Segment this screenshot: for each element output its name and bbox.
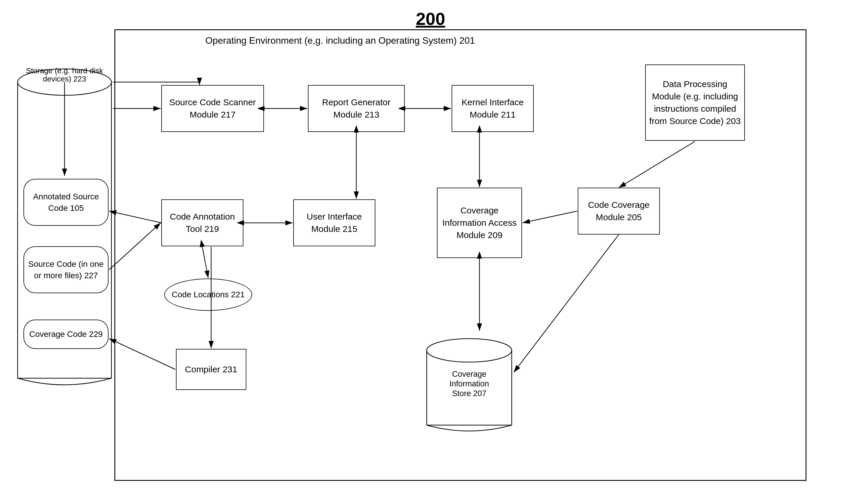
data-processing-box: Data Processing Module (e.g. including i… [645,65,745,141]
op-env-label: Operating Environment (e,g. including an… [205,35,475,46]
user-interface-box: User Interface Module 215 [293,199,375,246]
svg-text:Storage (e.g. hard disk: Storage (e.g. hard disk [26,66,103,75]
compiler-box: Compiler 231 [176,349,246,390]
diagram-container: 200 Operating Environment (e,g. includin… [0,0,861,504]
svg-text:Information: Information [449,379,489,388]
diagram-title: 200 [416,9,445,29]
svg-text:Store 207: Store 207 [452,389,486,398]
source-code-scanner-box: Source Code Scanner Module 217 [161,85,264,132]
svg-point-5 [427,339,512,362]
svg-text:Coverage: Coverage [452,370,486,379]
coverage-info-access-box: Coverage Information Access Module 209 [437,188,522,258]
annotated-source-code-box: Annotated Source Code 105 [24,179,109,226]
code-locations-box: Code Locations 221 [164,278,252,311]
coverage-code-box: Coverage Code 229 [24,319,109,349]
report-generator-box: Report Generator Module 213 [308,85,405,132]
svg-text:devices) 223: devices) 223 [43,74,86,83]
kernel-interface-box: Kernel Interface Module 211 [452,85,534,132]
code-annotation-box: Code Annotation Tool 219 [161,199,243,246]
code-coverage-box: Code Coverage Module 205 [578,188,660,234]
source-code-box: Source Code (in one or more files) 227 [24,246,109,293]
coverage-info-store: Coverage Information Store 207 [425,331,513,437]
